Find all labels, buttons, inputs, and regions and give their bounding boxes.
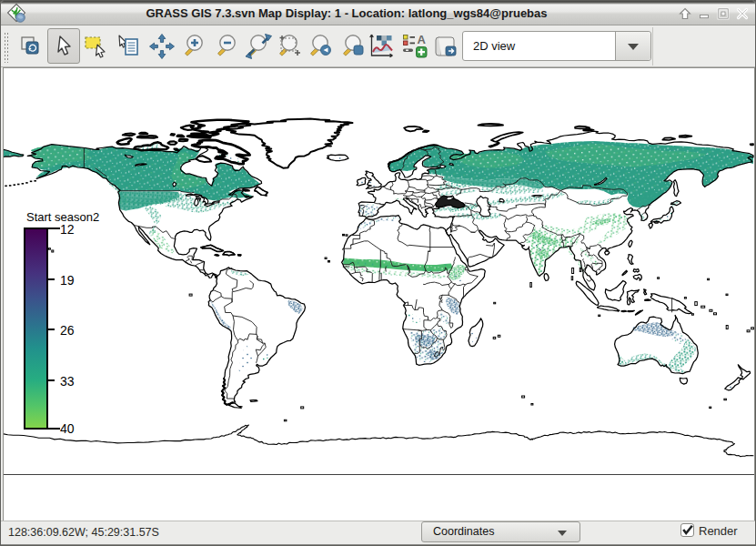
svg-text:A: A: [418, 33, 427, 46]
